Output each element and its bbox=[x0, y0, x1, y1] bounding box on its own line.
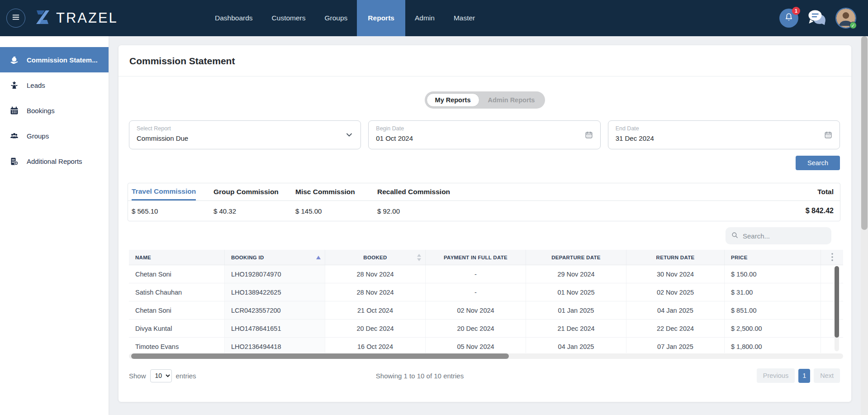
summary-tab-recalled-commission[interactable]: Recalled Commission bbox=[377, 183, 459, 200]
main-content-card: Commission Statement My Reports Admin Re… bbox=[119, 45, 851, 402]
column-header-label: BOOKED bbox=[363, 255, 387, 260]
cell-booked: 28 Nov 2024 bbox=[325, 265, 426, 283]
window-scrollbar[interactable] bbox=[861, 36, 868, 415]
summary-tab-label: Misc Commission bbox=[295, 183, 355, 200]
sidebar-item-groups[interactable]: Groups bbox=[0, 123, 109, 148]
cell-booked: 28 Nov 2024 bbox=[325, 283, 426, 301]
table-search-row bbox=[119, 227, 831, 244]
column-header-price[interactable]: PRICE bbox=[725, 250, 821, 265]
cell-booking-id: LHO2136494418 bbox=[225, 338, 325, 353]
sidebar-item-label: Additional Reports bbox=[27, 157, 82, 165]
showing-entries-info: Showing 1 to 10 of 10 entries bbox=[376, 372, 464, 380]
column-header-payment-in-full-date[interactable]: PAYMENT IN FULL DATE bbox=[426, 250, 526, 265]
summary-tab-group-commission[interactable]: Group Commission bbox=[213, 183, 295, 200]
summary-tab-misc-commission[interactable]: Misc Commission bbox=[295, 183, 377, 200]
column-header-return-date[interactable]: RETURN DATE bbox=[626, 250, 725, 265]
sidebar-item-label: Groups bbox=[27, 132, 49, 140]
cell-booked: 21 Oct 2024 bbox=[325, 301, 426, 319]
summary-tab-travel-commission[interactable]: Travel Commission bbox=[132, 183, 213, 200]
cell-payment-in-full-date: 05 Nov 2024 bbox=[426, 338, 526, 353]
summary-values-row: $ 565.10$ 40.32$ 145.00$ 92.00$ 842.42 bbox=[128, 201, 840, 221]
brand-logo[interactable]: TRAZEL bbox=[33, 8, 118, 28]
sidebar-item-label: Leads bbox=[27, 81, 45, 89]
window-scrollbar-thumb[interactable] bbox=[861, 36, 868, 230]
pagination: Previous 1 Next bbox=[757, 368, 840, 383]
nav-menu: DashboardsCustomersGroupsReportsAdminMas… bbox=[205, 0, 484, 36]
table-row: Timoteo EvansLHO213649441816 Oct 202405 … bbox=[129, 338, 843, 353]
cell-name: Timoteo Evans bbox=[129, 338, 225, 353]
show-label: Show bbox=[129, 372, 146, 380]
column-header-label: PAYMENT IN FULL DATE bbox=[444, 255, 508, 260]
admin-reports-toggle[interactable]: Admin Reports bbox=[479, 93, 544, 107]
cell-payment-in-full-date: 02 Nov 2024 bbox=[426, 301, 526, 319]
vertical-scrollbar-thumb[interactable] bbox=[835, 266, 839, 338]
table-search-box bbox=[726, 227, 831, 244]
table-horizontal-scrollbar[interactable] bbox=[129, 353, 843, 359]
cell-booking-id: LHO1478641651 bbox=[225, 320, 325, 337]
sidebar-item-additional-reports[interactable]: Additional Reports bbox=[0, 148, 109, 174]
cell-return-date: 02 Nov 2025 bbox=[626, 283, 725, 301]
column-header-booking-id[interactable]: BOOKING ID bbox=[225, 250, 325, 265]
filters-row: Select Report Commission Due Begin Date … bbox=[129, 120, 840, 149]
sidebar-item-commission-statem[interactable]: Commission Statem... bbox=[0, 47, 109, 72]
sidebar-item-bookings[interactable]: Bookings bbox=[0, 98, 109, 123]
begin-date-label: Begin Date bbox=[376, 125, 593, 132]
cell-actions bbox=[821, 301, 843, 319]
card-header: Commission Statement bbox=[119, 45, 851, 76]
sort-ascending-icon bbox=[316, 256, 321, 259]
summary-value-misc-commission: $ 145.00 bbox=[295, 207, 377, 215]
calendar-icon bbox=[584, 130, 593, 139]
commission-statement-icon bbox=[9, 55, 19, 65]
nav-item-groups[interactable]: Groups bbox=[315, 0, 357, 36]
column-header-label: NAME bbox=[135, 255, 151, 260]
cell-price: $ 31.00 bbox=[725, 283, 821, 301]
cell-actions bbox=[821, 265, 843, 283]
user-avatar[interactable]: ✓ bbox=[835, 8, 856, 29]
notifications-button[interactable]: 1 bbox=[779, 9, 798, 28]
bell-icon bbox=[784, 12, 794, 24]
page-size-select[interactable]: 10 bbox=[150, 369, 172, 382]
cell-departure-date: 01 Nov 2025 bbox=[526, 283, 626, 301]
cell-booked: 16 Oct 2024 bbox=[325, 338, 426, 353]
cell-departure-date: 01 Jan 2025 bbox=[526, 301, 626, 319]
messages-button[interactable] bbox=[805, 8, 829, 28]
column-header-departure-date[interactable]: DEPARTURE DATE bbox=[526, 250, 626, 265]
trazel-logo-icon bbox=[33, 8, 52, 28]
cell-booked: 20 Dec 2024 bbox=[325, 320, 426, 337]
page-number-button[interactable]: 1 bbox=[798, 369, 810, 383]
sidebar-item-leads[interactable]: Leads bbox=[0, 72, 109, 98]
cell-price: $ 1,800.00 bbox=[725, 338, 821, 353]
select-report-dropdown[interactable]: Select Report Commission Due bbox=[129, 120, 361, 149]
previous-page-button[interactable]: Previous bbox=[757, 368, 795, 383]
search-button[interactable]: Search bbox=[796, 156, 840, 170]
nav-item-reports[interactable]: Reports bbox=[357, 0, 405, 36]
column-header-booked[interactable]: BOOKED bbox=[325, 250, 426, 265]
begin-date-field[interactable]: Begin Date 01 Oct 2024 bbox=[368, 120, 600, 149]
column-menu-button[interactable] bbox=[821, 250, 843, 265]
sort-icon bbox=[417, 254, 421, 261]
column-header-label: BOOKING ID bbox=[231, 255, 264, 260]
chat-icon bbox=[805, 22, 829, 29]
summary-tab-label: Travel Commission bbox=[132, 183, 196, 200]
cell-actions bbox=[821, 283, 843, 301]
cell-return-date: 04 Jan 2025 bbox=[626, 301, 725, 319]
cell-payment-in-full-date: - bbox=[426, 265, 526, 283]
column-header-name[interactable]: NAME bbox=[129, 250, 225, 265]
entries-label: entries bbox=[176, 372, 196, 380]
nav-item-admin[interactable]: Admin bbox=[405, 0, 444, 36]
horizontal-scrollbar-thumb[interactable] bbox=[131, 353, 509, 359]
table-row: Divya KuntalLHO147864165120 Dec 202420 D… bbox=[129, 320, 843, 338]
nav-item-customers[interactable]: Customers bbox=[262, 0, 315, 36]
online-status-icon: ✓ bbox=[849, 22, 857, 29]
my-reports-toggle[interactable]: My Reports bbox=[427, 93, 479, 107]
nav-item-dashboards[interactable]: Dashboards bbox=[205, 0, 262, 36]
end-date-field[interactable]: End Date 31 Dec 2024 bbox=[608, 120, 840, 149]
leads-icon bbox=[9, 80, 19, 90]
hamburger-menu-button[interactable] bbox=[6, 9, 25, 28]
table-vertical-scrollbar[interactable] bbox=[835, 266, 839, 351]
next-page-button[interactable]: Next bbox=[814, 368, 840, 383]
table-row: Satish ChauhanLHO138942262528 Nov 2024-0… bbox=[129, 283, 843, 301]
cell-departure-date: 21 Dec 2024 bbox=[526, 320, 626, 337]
nav-item-master[interactable]: Master bbox=[444, 0, 484, 36]
table-search-input[interactable] bbox=[743, 232, 826, 240]
